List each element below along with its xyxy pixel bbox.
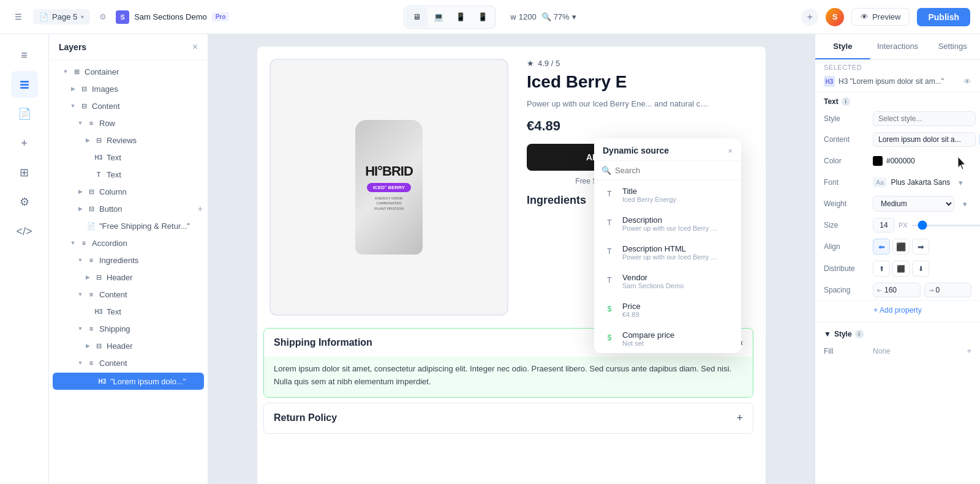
- sidebar-icon-layers[interactable]: [11, 71, 38, 98]
- zoom-display: 🔍 77% ▾: [541, 12, 576, 21]
- visibility-icon[interactable]: 👁: [963, 77, 971, 86]
- dynamic-source-search-input[interactable]: [615, 166, 734, 175]
- mobile-device-btn[interactable]: 📱: [472, 7, 494, 27]
- layer-item[interactable]: ▼ ⊞ Container: [49, 63, 208, 80]
- return-policy-item[interactable]: Return Policy +: [263, 403, 753, 434]
- publish-button[interactable]: Publish: [917, 8, 970, 26]
- collapse-icon[interactable]: ▼: [824, 330, 831, 338]
- layer-name: Column: [99, 187, 203, 196]
- spacing-left-value: 160: [884, 286, 897, 294]
- user-avatar[interactable]: S: [826, 8, 844, 26]
- layer-item[interactable]: ▼ ≡ Shipping: [49, 320, 208, 337]
- dynamic-source-item-title[interactable]: T Title Iced Berry Energy: [594, 181, 741, 209]
- distribute-center-button[interactable]: ⬛: [892, 261, 910, 277]
- search-icon: 🔍: [601, 166, 611, 175]
- align-left-button[interactable]: ⬅: [873, 239, 890, 255]
- desktop-device-btn[interactable]: 🖥: [405, 7, 428, 27]
- layer-item[interactable]: ▼ ≡ Accordion: [49, 234, 208, 251]
- layer-type-icon: H3: [94, 152, 104, 162]
- layer-type-icon: ⊟: [79, 84, 89, 94]
- dynamic-source-item-description[interactable]: T Description Power up with our Iced Ber…: [594, 209, 741, 238]
- tab-style[interactable]: Style: [815, 34, 870, 59]
- style-input[interactable]: [873, 111, 976, 126]
- layer-item[interactable]: ▼ ≡ Content: [49, 354, 208, 371]
- site-info: S Sam Sections Demo Pro: [116, 10, 229, 24]
- tab-settings[interactable]: Settings: [925, 34, 980, 59]
- dynamic-source-item-vendor[interactable]: T Vendor Sam Sections Demo: [594, 267, 741, 296]
- page-settings-icon[interactable]: ⚙: [96, 10, 110, 24]
- width-display: w 1200: [510, 12, 536, 21]
- preview-button[interactable]: 👁 Preview: [851, 8, 910, 26]
- layer-item[interactable]: ▶ ⊟ Button +: [49, 200, 208, 217]
- dynamic-source-item-price[interactable]: $ Price €4.89: [594, 296, 741, 324]
- layer-item[interactable]: ▼ ≡ Row: [49, 114, 208, 132]
- ds-item-label: Price: [622, 302, 733, 311]
- layer-item[interactable]: ▼ ⊟ Content: [49, 97, 208, 114]
- fill-add-icon[interactable]: +: [967, 346, 971, 356]
- menu-icon[interactable]: ☰: [10, 9, 27, 26]
- spacing-left-box: ⇤ 160: [873, 283, 921, 297]
- font-chevron-icon[interactable]: ▾: [954, 176, 967, 189]
- info-icon[interactable]: i: [842, 97, 850, 106]
- sidebar-icon-pages[interactable]: 📄: [11, 100, 38, 127]
- layers-title: Layers: [59, 42, 86, 52]
- layers-close-icon[interactable]: ×: [192, 42, 198, 53]
- tablet-device-btn[interactable]: 📱: [450, 7, 472, 27]
- laptop-device-btn[interactable]: 💻: [428, 7, 450, 27]
- style-info-icon[interactable]: i: [855, 330, 864, 338]
- page-icon: 📄: [39, 13, 48, 21]
- layer-item[interactable]: H3 Text: [49, 149, 208, 166]
- align-center-button[interactable]: ⬛: [892, 239, 910, 255]
- sidebar-icon-grid[interactable]: ⊞: [11, 159, 38, 186]
- size-input[interactable]: [873, 218, 895, 233]
- layer-item[interactable]: ▼ ≡ Content: [49, 286, 208, 303]
- layer-item[interactable]: ▶ ⊟ Header: [49, 337, 208, 354]
- distribute-bottom-button[interactable]: ⬇: [912, 261, 929, 277]
- layer-item[interactable]: T Text: [49, 166, 208, 183]
- dynamic-source-item-compare-price[interactable]: $ Compare price Not set: [594, 324, 741, 353]
- spacing-row: ⇤ 160 ⇥ 0: [873, 283, 971, 297]
- dynamic-source-item-description-html[interactable]: T Description HTML Power up with our Ice…: [594, 238, 741, 267]
- layer-item[interactable]: ▶ ⊟ Reviews: [49, 132, 208, 149]
- layer-item[interactable]: 📄 "Free Shipping & Retur...": [49, 217, 208, 234]
- add-property-button[interactable]: + Add property: [815, 300, 980, 319]
- color-swatch[interactable]: [873, 156, 883, 166]
- page-tab[interactable]: 📄 Page 5 ▾: [33, 9, 90, 24]
- canvas-area[interactable]: HI°BRID ICED° BERRY ENERGY DRINKCARBONAT…: [208, 34, 815, 484]
- add-button[interactable]: +: [801, 9, 818, 26]
- layer-type-icon: ≡: [86, 255, 96, 265]
- ds-item-text: Compare price Not set: [622, 330, 733, 347]
- sidebar-icon-menu[interactable]: ≡: [11, 42, 38, 69]
- layer-item[interactable]: ▶ ⊟ Header: [49, 269, 208, 286]
- topbar-left: ☰ 📄 Page 5 ▾ ⚙ S Sam Sections Demo Pro: [10, 9, 794, 26]
- tab-interactions[interactable]: Interactions: [870, 34, 925, 59]
- layer-item-selected[interactable]: H3 "Lorem ipsum dolo...": [53, 373, 204, 390]
- ds-item-text: Title Iced Berry Energy: [622, 187, 733, 203]
- sidebar-icon-plus[interactable]: +: [11, 130, 38, 157]
- content-prop-row: Content ⊞: [815, 129, 980, 150]
- size-slider[interactable]: [911, 225, 980, 226]
- sidebar-icon-settings[interactable]: ⚙: [11, 188, 38, 215]
- product-description: Power up with our Iced Berry Ene... and …: [527, 98, 710, 110]
- can-sub: ENERGY DRINKCARBONATEDPLANT PROTEIN: [374, 196, 404, 211]
- layer-item[interactable]: H3 Text: [49, 303, 208, 320]
- ds-item-label: Description: [622, 215, 733, 225]
- layer-item[interactable]: ▶ ⊟ Column: [49, 183, 208, 200]
- add-icon[interactable]: +: [736, 412, 743, 425]
- sidebar-icon-code[interactable]: </>: [11, 218, 38, 245]
- text-icon: T: [603, 187, 616, 201]
- distribute-top-button[interactable]: ⬆: [873, 261, 890, 277]
- align-right-button[interactable]: ➡: [912, 239, 929, 255]
- weight-chevron-icon[interactable]: ▾: [958, 197, 971, 210]
- ds-item-label: Title: [622, 187, 733, 196]
- text-section-label: Text: [824, 97, 839, 106]
- dynamic-source-close-icon[interactable]: ×: [728, 146, 733, 155]
- layers-header: Layers ×: [49, 34, 208, 61]
- layer-item[interactable]: ▼ ≡ Ingredients: [49, 251, 208, 269]
- star-icon: ★: [527, 59, 534, 68]
- weight-select[interactable]: Medium Regular Bold SemiBold: [873, 196, 954, 212]
- selected-element-row: H3 H3 "Lorem ipsum dolor sit am..." 👁: [815, 71, 980, 92]
- expand-icon: [83, 153, 92, 162]
- layer-item[interactable]: ▶ ⊟ Images: [49, 80, 208, 97]
- content-input[interactable]: [873, 132, 976, 147]
